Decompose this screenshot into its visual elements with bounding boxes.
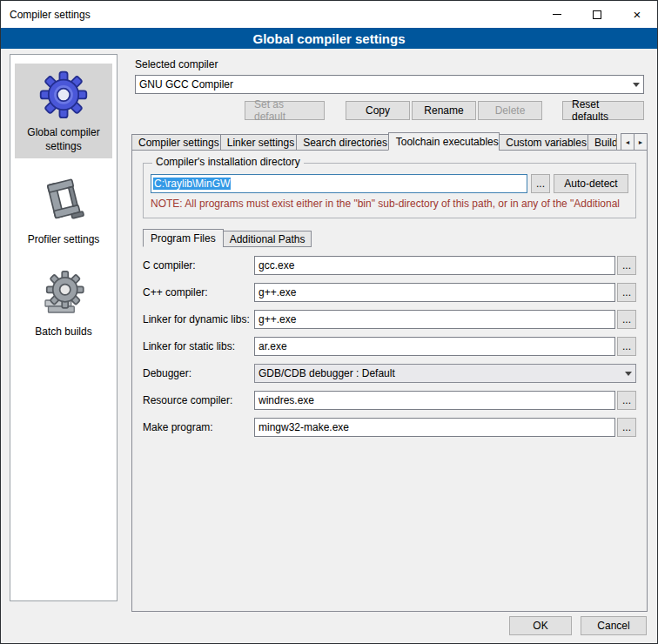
static-linker-label: Linker for static libs: (143, 340, 254, 352)
install-dir-input[interactable]: C:\raylib\MinGW (151, 174, 527, 193)
maximize-icon (593, 10, 601, 19)
tab-scroll-left-button[interactable]: ◄ (621, 133, 634, 151)
debugger-dropdown[interactable]: GDB/CDB debugger : Default (254, 364, 636, 383)
tab-search-directories[interactable]: Search directories (296, 134, 389, 151)
cpp-compiler-browse-button[interactable]: ... (617, 283, 636, 302)
bin-subdirectory-note: NOTE: All programs must exist either in … (151, 198, 628, 211)
tab-linker-settings[interactable]: Linker settings (220, 134, 297, 151)
sidebar-item-label: Batch builds (35, 325, 91, 339)
compiler-settings-dialog: Compiler settings × Global compiler sett… (0, 0, 658, 644)
sidebar-item-global-compiler-settings[interactable]: Global compiler settings (15, 64, 112, 158)
c-compiler-row: C compiler: ... (143, 256, 636, 275)
minimize-icon (553, 14, 561, 15)
caption-buttons: × (537, 1, 657, 28)
rename-button[interactable]: Rename (412, 101, 476, 120)
ok-button[interactable]: OK (509, 616, 572, 635)
subtab-program-files[interactable]: Program Files (143, 229, 224, 247)
close-button[interactable]: × (617, 1, 657, 28)
cpp-compiler-input[interactable] (254, 283, 615, 302)
resource-compiler-label: Resource compiler: (143, 394, 254, 406)
static-linker-row: Linker for static libs: ... (143, 337, 636, 356)
selected-compiler-dropdown[interactable]: GNU GCC Compiler (135, 75, 644, 94)
sidebar-item-label: Global compiler settings (18, 126, 109, 153)
static-linker-browse-button[interactable]: ... (617, 337, 636, 356)
sidebar-item-batch-builds[interactable]: Batch builds (15, 265, 112, 345)
window-title: Compiler settings (1, 9, 91, 21)
sidebar-item-profiler-settings[interactable]: Profiler settings (15, 171, 112, 252)
c-compiler-label: C compiler: (143, 259, 254, 272)
installation-directory-label: Compiler's installation directory (152, 156, 304, 168)
cpp-compiler-row: C++ compiler: ... (143, 283, 636, 302)
tab-build-options[interactable]: Build options (588, 134, 617, 151)
resource-compiler-input[interactable] (254, 391, 615, 410)
delete-button[interactable]: Delete (478, 101, 542, 120)
dialog-banner: Global compiler settings (1, 28, 657, 49)
selected-compiler-value: GNU GCC Compiler (139, 78, 233, 91)
installation-directory-group: Compiler's installation directory C:\ray… (143, 163, 636, 218)
cancel-button[interactable]: Cancel (581, 616, 647, 635)
banner-title: Global compiler settings (252, 31, 405, 46)
tab-toolchain-executables[interactable]: Toolchain executables (388, 132, 500, 151)
c-compiler-input[interactable] (254, 256, 615, 275)
make-program-row: Make program: ... (143, 418, 636, 437)
main-panel: Selected compiler GNU GCC Compiler Set a… (130, 54, 649, 612)
debugger-row: Debugger: GDB/CDB debugger : Default (143, 364, 636, 383)
selected-compiler-label: Selected compiler (135, 58, 649, 71)
dynamic-linker-input[interactable] (254, 310, 615, 329)
blue-gear-icon (38, 69, 89, 122)
program-files-form: C compiler: ... C++ compiler: ... Linker… (139, 256, 640, 437)
make-program-input[interactable] (254, 418, 615, 437)
settings-category-list: Global compiler settings Profiler settin… (10, 54, 118, 601)
reset-defaults-button[interactable]: Reset defaults (562, 101, 644, 120)
resource-compiler-row: Resource compiler: ... (143, 391, 636, 410)
minimize-button[interactable] (537, 1, 577, 28)
toolchain-executables-page: Compiler's installation directory C:\ray… (131, 150, 648, 612)
set-as-default-button[interactable]: Set as default (245, 101, 325, 120)
tab-scroll-buttons: ◄ ► (621, 133, 648, 151)
settings-tabstrip: Compiler settings Linker settings Search… (131, 132, 649, 151)
clamp-icon (40, 176, 87, 229)
tab-scroll-right-button[interactable]: ► (634, 133, 648, 151)
auto-detect-button[interactable]: Auto-detect (554, 174, 628, 193)
gray-gear-icon (39, 270, 88, 321)
chevron-down-icon (633, 83, 640, 87)
cpp-compiler-label: C++ compiler: (143, 286, 254, 299)
resource-compiler-browse-button[interactable]: ... (617, 391, 636, 410)
dialog-footer: OK Cancel (500, 616, 647, 635)
close-icon: × (634, 8, 641, 21)
debugger-label: Debugger: (143, 367, 254, 379)
install-dir-selected-text: C:\raylib\MinGW (153, 178, 231, 190)
dynamic-linker-label: Linker for dynamic libs: (143, 313, 254, 325)
make-program-label: Make program: (143, 421, 254, 433)
maximize-button[interactable] (577, 1, 617, 28)
titlebar: Compiler settings × (1, 1, 657, 28)
tab-compiler-settings[interactable]: Compiler settings (131, 134, 221, 151)
make-program-browse-button[interactable]: ... (617, 418, 636, 437)
tab-custom-variables[interactable]: Custom variables (499, 134, 588, 151)
copy-button[interactable]: Copy (346, 101, 410, 120)
installation-directory-row: C:\raylib\MinGW ... Auto-detect (151, 174, 628, 193)
subtab-additional-paths[interactable]: Additional Paths (223, 231, 312, 247)
dynamic-linker-row: Linker for dynamic libs: ... (143, 310, 636, 329)
debugger-value: GDB/CDB debugger : Default (258, 367, 395, 379)
program-files-tabstrip: Program Files Additional Paths (143, 229, 640, 247)
c-compiler-browse-button[interactable]: ... (617, 256, 636, 275)
sidebar-item-label: Profiler settings (28, 233, 100, 247)
chevron-down-icon (625, 372, 632, 376)
compiler-actions-row: Set as default Copy Rename Delete Reset … (135, 101, 644, 120)
static-linker-input[interactable] (254, 337, 615, 356)
dynamic-linker-browse-button[interactable]: ... (617, 310, 636, 329)
install-dir-browse-button[interactable]: ... (531, 174, 550, 193)
